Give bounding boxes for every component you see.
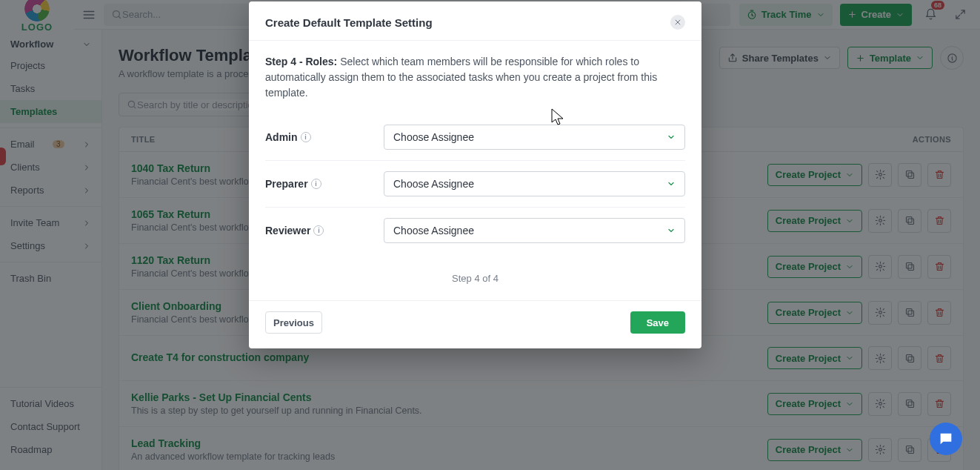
role-label: Preparer i bbox=[265, 178, 384, 190]
role-name: Reviewer bbox=[265, 225, 310, 236]
chevron-down-icon bbox=[667, 226, 676, 235]
modal-step-indicator: Step 4 of 4 bbox=[265, 254, 685, 293]
role-row: Reviewer i Choose Assignee bbox=[265, 208, 685, 254]
role-assignee-select[interactable]: Choose Assignee bbox=[384, 171, 685, 196]
modal-header: Create Default Template Setting bbox=[249, 1, 701, 41]
close-icon bbox=[674, 19, 681, 26]
role-select-placeholder: Choose Assignee bbox=[393, 225, 474, 236]
modal-title: Create Default Template Setting bbox=[265, 16, 433, 29]
chevron-down-icon bbox=[667, 133, 676, 142]
modal-footer: Previous Save bbox=[249, 300, 701, 348]
info-icon[interactable]: i bbox=[301, 132, 311, 142]
modal-default-template-setting: Create Default Template Setting Step 4 -… bbox=[249, 1, 701, 348]
modal-step-label: Step 4 - Roles: bbox=[265, 56, 337, 67]
role-row: Preparer i Choose Assignee bbox=[265, 161, 685, 208]
modal-body: Step 4 - Roles: Select which team member… bbox=[249, 41, 701, 300]
info-icon[interactable]: i bbox=[311, 179, 321, 189]
role-label: Admin i bbox=[265, 131, 384, 143]
previous-label: Previous bbox=[273, 317, 314, 328]
previous-button[interactable]: Previous bbox=[265, 311, 322, 334]
chevron-down-icon bbox=[667, 179, 676, 188]
modal-close-button[interactable] bbox=[670, 15, 685, 30]
save-label: Save bbox=[647, 317, 669, 328]
info-icon[interactable]: i bbox=[313, 225, 324, 236]
chat-icon bbox=[938, 431, 954, 447]
chat-support-button[interactable] bbox=[930, 423, 962, 455]
role-name: Preparer bbox=[265, 178, 308, 190]
save-button[interactable]: Save bbox=[630, 311, 685, 334]
role-assignee-select[interactable]: Choose Assignee bbox=[384, 218, 685, 243]
role-label: Reviewer i bbox=[265, 225, 384, 236]
role-assignee-select[interactable]: Choose Assignee bbox=[384, 125, 685, 150]
role-name: Admin bbox=[265, 131, 298, 143]
modal-intro: Step 4 - Roles: Select which team member… bbox=[265, 54, 685, 101]
role-select-placeholder: Choose Assignee bbox=[393, 131, 474, 143]
role-select-placeholder: Choose Assignee bbox=[393, 178, 474, 190]
role-list: Admin i Choose Assignee Preparer i Choos… bbox=[265, 114, 685, 254]
role-row: Admin i Choose Assignee bbox=[265, 114, 685, 161]
